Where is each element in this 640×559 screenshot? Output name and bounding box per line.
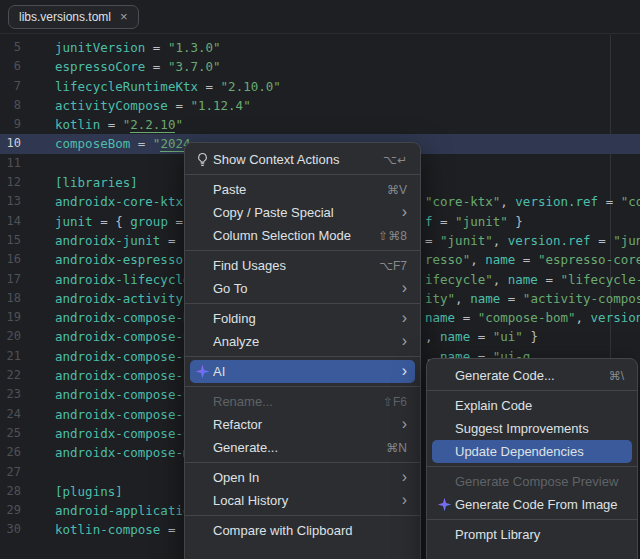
chevron-right-icon: › <box>402 469 407 485</box>
code-token: lifecycleRuntimeKtx <box>55 79 198 94</box>
menu-item-label: Copy / Paste Special <box>213 205 390 220</box>
code-token: androidx-compose-u <box>55 329 190 344</box>
open-in-menu-item[interactable]: Open In› <box>190 466 415 489</box>
code-token: = <box>515 252 538 267</box>
menu-item-label: Analyze <box>213 334 390 349</box>
code-fragment-left: androidx-espresso- <box>55 250 190 269</box>
line-number: 17 <box>0 270 21 289</box>
code-token: = <box>100 117 123 132</box>
menu-item-label: Suggest Improvements <box>455 421 624 436</box>
line-number: 6 <box>0 57 21 76</box>
folding-menu-item[interactable]: Folding› <box>190 307 415 330</box>
code-fragment-right: = "junit", version.ref = "junit <box>425 231 640 250</box>
code-token: name <box>425 310 455 325</box>
menu-separator <box>185 250 420 251</box>
code-fragment-left: androidx-compose-u <box>55 327 190 346</box>
code-token: "activity-compose" <box>523 291 640 306</box>
generate-code-menu-item[interactable]: Generate Code...⌘\ <box>432 364 632 387</box>
ai-menu-item[interactable]: AI› <box>190 360 415 383</box>
menu-separator <box>185 515 420 516</box>
code-fragment-left: kotlin = "2.2.10" <box>55 115 183 134</box>
chevron-right-icon: › <box>402 280 407 296</box>
suggest-improvements-menu-item[interactable]: Suggest Improvements <box>432 417 632 440</box>
menu-item-label: Refactor <box>213 417 390 432</box>
column-selection-mode-menu-item[interactable]: Column Selection Mode⇧⌘8 <box>190 224 415 247</box>
code-fragment-left: android-applicatio <box>55 501 190 520</box>
line-number: 15 <box>0 231 21 250</box>
code-token: [libraries] <box>55 175 138 190</box>
line-number: 12 <box>0 173 21 192</box>
code-token: } <box>508 214 523 229</box>
menu-item-label: Find Usages <box>213 258 367 273</box>
generate-code-from-image-menu-item[interactable]: Generate Code From Image <box>432 493 632 516</box>
code-token: 2.2.10 <box>130 117 175 133</box>
code-token: = <box>598 194 621 209</box>
editor-tab[interactable]: libs.versions.toml × <box>8 5 139 29</box>
code-fragment-right: resso", name = "espresso-core", <box>425 250 640 269</box>
go-to-menu-item[interactable]: Go To› <box>190 277 415 300</box>
code-fragment-right: , name = "ui" } <box>425 327 538 346</box>
code-token: , <box>576 310 591 325</box>
analyze-menu-item[interactable]: Analyze› <box>190 330 415 353</box>
local-history-menu-item[interactable]: Local History› <box>190 489 415 512</box>
code-fragment-left: junit = { group = <box>55 212 183 231</box>
menu-item-label: Column Selection Mode <box>213 228 366 243</box>
code-token: = <box>538 272 561 287</box>
menu-item-label: AI <box>213 364 390 379</box>
shortcut-hint: ⇧⌘8 <box>378 229 407 243</box>
code-token: " <box>175 117 183 132</box>
code-fragment-left: androidx-compose-b <box>55 308 190 327</box>
ide-window: { "tab": { "title": "libs.versions.toml"… <box>0 0 640 559</box>
chevron-right-icon: › <box>402 416 407 432</box>
code-token: group <box>130 214 168 229</box>
compare-with-clipboard-menu-item[interactable]: Compare with Clipboard <box>190 519 415 542</box>
code-token: "cor <box>621 194 640 209</box>
code-token: androidx-espresso- <box>55 252 190 267</box>
code-token: name <box>508 272 538 287</box>
code-token: , <box>455 291 470 306</box>
line-number: 9 <box>0 115 21 134</box>
menu-separator <box>185 303 420 304</box>
code-token: = <box>198 79 221 94</box>
line-number: 30 <box>0 520 21 539</box>
prompt-library-menu-item[interactable]: Prompt Library <box>432 523 632 546</box>
code-token: version.r <box>591 310 640 325</box>
code-token: androidx-activity- <box>55 291 190 306</box>
menu-separator <box>185 386 420 387</box>
code-token: androidx-lifecycle <box>55 272 190 287</box>
tab-close-icon[interactable]: × <box>120 10 128 23</box>
code-token: "3.7.0" <box>168 59 221 74</box>
code-token: composeBom <box>55 136 130 151</box>
show-context-actions-menu-item[interactable]: Show Context Actions⌥↵ <box>190 148 415 171</box>
code-fragment-left: activityCompose = "1.12.4" <box>55 96 251 115</box>
refactor-menu-item[interactable]: Refactor› <box>190 413 415 436</box>
code-token: junitVersion <box>55 40 145 55</box>
code-token: "junit <box>613 233 640 248</box>
shortcut-hint: ⌥F7 <box>379 259 407 273</box>
code-token: name <box>470 291 500 306</box>
code-fragment-left: espressoCore = "3.7.0" <box>55 57 221 76</box>
line-number: 7 <box>0 77 21 96</box>
menu-item-label: Generate Compose Preview <box>455 474 624 489</box>
code-fragment-left: androidx-compose-u <box>55 366 190 385</box>
menu-item-label: Paste <box>213 182 375 197</box>
copy-paste-special-menu-item[interactable]: Copy / Paste Special› <box>190 201 415 224</box>
menu-separator <box>427 390 637 391</box>
line-number: 8 <box>0 96 21 115</box>
code-token: activityCompose <box>55 98 168 113</box>
paste-menu-item[interactable]: Paste⌘V <box>190 178 415 201</box>
find-usages-menu-item[interactable]: Find Usages⌥F7 <box>190 254 415 277</box>
code-token: = <box>425 233 440 248</box>
rename-menu-item: Rename...⇧F6 <box>190 390 415 413</box>
menu-separator <box>427 519 637 520</box>
code-fragment-right: name = "compose-bom", version.r <box>425 308 640 327</box>
code-fragment-left: androidx-compose-u <box>55 347 190 366</box>
code-token: version.ref <box>515 194 598 209</box>
line-number: 28 <box>0 482 21 501</box>
code-fragment-left: androidx-compose-u <box>55 424 190 443</box>
code-token: android-applicatio <box>55 503 190 518</box>
explain-code-menu-item[interactable]: Explain Code <box>432 394 632 417</box>
code-token: = <box>455 310 478 325</box>
generate-menu-item[interactable]: Generate...⌘N <box>190 436 415 459</box>
update-dependencies-menu-item[interactable]: Update Dependencies <box>432 440 632 463</box>
